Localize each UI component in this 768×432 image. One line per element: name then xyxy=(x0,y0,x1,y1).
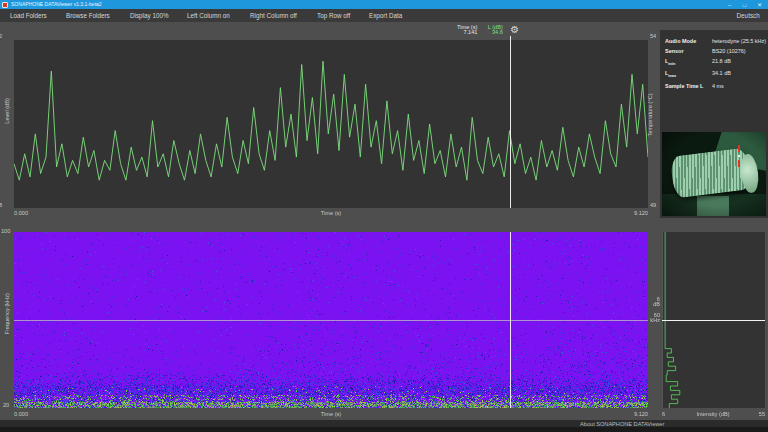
info-label: Lmin xyxy=(665,58,702,65)
temp-axis-label: Temperature (°C) xyxy=(648,93,654,136)
motor-photo xyxy=(662,132,766,216)
menu-item-right-column[interactable]: Right Column off xyxy=(250,12,297,18)
info-row-sensor: Sensor BS20 (10276) xyxy=(665,48,768,55)
level-time-chart[interactable] xyxy=(14,40,648,208)
close-button[interactable]: ✕ xyxy=(754,1,764,8)
info-row-lmax: Lmax 34.1 dB xyxy=(665,70,768,79)
settings-gear-icon[interactable]: ⚙ xyxy=(510,25,519,35)
about-link[interactable]: About SONAPHONE DATAViewer xyxy=(580,421,664,427)
freq-axis-min-tick: 20 xyxy=(3,402,9,408)
level-axis-max-tick: 45.2 xyxy=(0,33,2,39)
info-value: 34.1 dB xyxy=(712,70,756,77)
intensity-x-max-tick: 55 xyxy=(745,411,765,417)
marker-intensity-label: 6dB xyxy=(641,297,660,307)
time-cursor-line-bottom[interactable] xyxy=(510,232,511,408)
top-chart-x-max-tick: 9.120 xyxy=(624,210,648,216)
maximize-button[interactable]: □ xyxy=(739,1,749,8)
info-label: Audio Mode xyxy=(665,38,702,43)
title-bar: SONAPHONE DATAViewer v1.3.1-beta2 – □ ✕ xyxy=(0,0,768,9)
intensity-x-label: Intensity (dB) xyxy=(689,411,737,417)
info-value: heterodyne (25.5 kHz) xyxy=(712,38,766,43)
menu-item-left-column[interactable]: Left Column on xyxy=(187,12,230,18)
menu-bar: Load Folders Browse Folders Display 100%… xyxy=(0,9,768,22)
marker-frequency-label: 60kHz xyxy=(641,313,660,323)
window-title: SONAPHONE DATAViewer v1.3.1-beta2 xyxy=(11,2,102,7)
freq-axis-label: Frequency (kHz) xyxy=(4,293,10,334)
info-row-lmin: Lmin 21.8 dB xyxy=(665,58,768,67)
spec-x-label: Time (s) xyxy=(307,411,355,417)
info-value: 21.8 dB xyxy=(712,58,756,65)
level-waveform xyxy=(14,40,648,208)
info-row-sample-time: Sample Time L 4 ms xyxy=(665,83,768,90)
top-chart-x-label: Time (s) xyxy=(307,210,355,216)
spec-x-max-tick: 9.120 xyxy=(624,411,648,417)
cursor-level-value: 34.6 xyxy=(492,30,503,36)
temp-axis-min-tick: 49 xyxy=(650,202,656,208)
menu-item-browse-folders[interactable]: Browse Folders xyxy=(66,12,110,18)
menu-item-top-row[interactable]: Top Row off xyxy=(317,12,350,18)
info-label: Sample Time L xyxy=(665,83,702,88)
cursor-time-value: 7.141 xyxy=(463,30,477,36)
menu-item-load-folders[interactable]: Load Folders xyxy=(10,12,47,18)
frequency-marker-line[interactable] xyxy=(14,320,648,321)
info-value: 4 ms xyxy=(712,83,756,88)
frequency-marker-line-profile[interactable] xyxy=(662,320,765,321)
info-value: BS20 (10276) xyxy=(712,48,756,53)
info-label: Sensor xyxy=(665,48,702,53)
minimize-button[interactable]: – xyxy=(724,1,734,8)
intensity-x-min-tick: 6 xyxy=(662,411,665,417)
time-cursor-line-top[interactable] xyxy=(510,36,511,208)
info-row-audio-mode: Audio Mode heterodyne (25.5 kHz) xyxy=(665,38,768,45)
spec-x-min-tick: 0.000 xyxy=(14,411,28,417)
photo-vignette xyxy=(662,132,766,216)
top-chart-x-min-tick: 0.000 xyxy=(14,210,28,216)
menu-item-export-data[interactable]: Export Data xyxy=(369,12,402,18)
level-axis-label: Level (dB) xyxy=(4,98,10,124)
temp-axis-max-tick: 54 xyxy=(650,33,656,39)
freq-axis-max-tick: 100 xyxy=(1,228,10,234)
menu-item-display-100[interactable]: Display 100% xyxy=(130,12,169,18)
info-label: Lmax xyxy=(665,70,702,77)
menu-item-language[interactable]: Deutsch xyxy=(737,10,760,22)
app-icon xyxy=(2,2,8,8)
level-axis-min-tick: 19.8 xyxy=(0,202,2,208)
bottom-edge-strip xyxy=(0,427,768,432)
